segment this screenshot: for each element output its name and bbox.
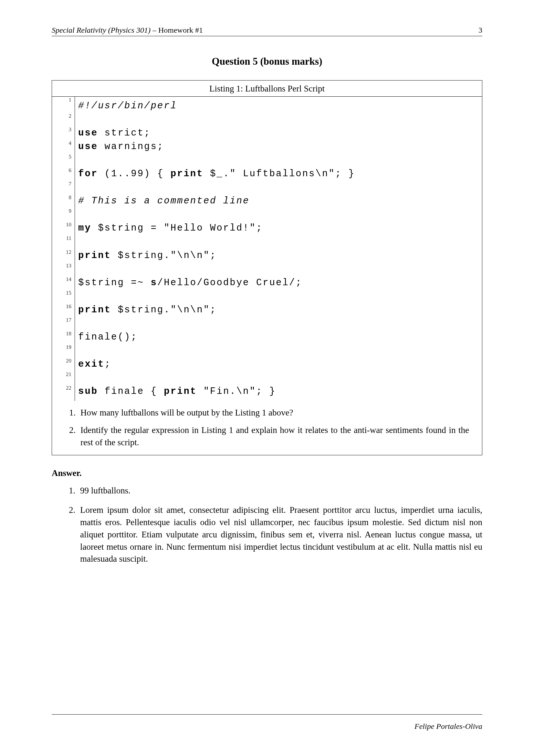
code-segment: $string = "Hello World!";: [91, 223, 263, 233]
line-number: 17: [52, 317, 75, 331]
questions-list: How many luftballons will be output by t…: [78, 407, 469, 448]
code-content: [75, 317, 482, 331]
listing-box: Listing 1: Luftballons Perl Script 1#!/u…: [52, 80, 482, 455]
code-line: 19: [52, 344, 482, 358]
code-content: print $string."\n\n";: [75, 249, 482, 262]
code-segment: [78, 182, 85, 193]
answer-item: 99 luftballons.: [78, 485, 482, 497]
footer-rule: [52, 714, 482, 715]
code-segment: [78, 372, 85, 383]
code-content: use strict;: [75, 126, 482, 140]
code-segment: [78, 114, 85, 125]
question-item: Identify the regular expression in Listi…: [78, 424, 469, 449]
code-content: [75, 262, 482, 276]
code-line: 18finale();: [52, 331, 482, 344]
code-content: use warnings;: [75, 140, 482, 153]
code-line: 6for (1..99) { print $_." Luftballons\n"…: [52, 167, 482, 181]
code-content: $string =~ s/Hello/Goodbye Cruel/;: [75, 276, 482, 290]
line-number: 9: [52, 208, 75, 222]
code-content: #!/usr/bin/perl: [75, 97, 482, 113]
header-left: Special Relativity (Physics 301) – Homew…: [52, 26, 203, 35]
code-segment: finale {: [98, 386, 164, 397]
line-number: 3: [52, 126, 75, 140]
answer-heading: Answer.: [52, 468, 482, 478]
code-line: 22sub finale { print "Fin.\n"; }: [52, 385, 482, 401]
code-segment: /Hello/Goodbye Cruel/;: [157, 278, 302, 288]
code-segment: strict;: [98, 128, 151, 138]
footer-author: Felipe Portales-Oliva: [415, 722, 482, 731]
code-segment: use: [78, 141, 98, 152]
code-line: 17: [52, 317, 482, 331]
code-segment: warnings;: [98, 141, 164, 152]
line-number: 8: [52, 194, 75, 208]
line-number: 4: [52, 140, 75, 153]
code-segment: finale();: [78, 332, 138, 342]
code-content: [75, 113, 482, 126]
code-content: sub finale { print "Fin.\n"; }: [75, 385, 482, 401]
code-segment: $_." Luftballons\n"; }: [204, 169, 355, 179]
line-number: 6: [52, 167, 75, 181]
code-segment: [78, 155, 85, 166]
code-line: 4use warnings;: [52, 140, 482, 153]
page-number: 3: [478, 26, 482, 35]
code-content: # This is a commented line: [75, 194, 482, 208]
code-line: 8# This is a commented line: [52, 194, 482, 208]
code-content: [75, 153, 482, 167]
code-content: [75, 235, 482, 249]
question-item: How many luftballons will be output by t…: [78, 407, 469, 419]
code-line: 21: [52, 371, 482, 385]
code-line: 12print $string."\n\n";: [52, 249, 482, 262]
code-line: 16print $string."\n\n";: [52, 303, 482, 317]
code-content: [75, 371, 482, 385]
code-content: for (1..99) { print $_." Luftballons\n";…: [75, 167, 482, 181]
code-segment: "Fin.\n"; }: [197, 386, 276, 397]
code-line: 14$string =~ s/Hello/Goodbye Cruel/;: [52, 276, 482, 290]
header-separator: –: [151, 26, 158, 34]
code-segment: #!/usr/bin/perl: [78, 100, 177, 111]
code-segment: my: [78, 223, 91, 233]
page: Special Relativity (Physics 301) – Homew…: [0, 0, 534, 756]
code-segment: $string."\n\n";: [111, 305, 216, 315]
code-line: 20exit;: [52, 358, 482, 371]
answers-list: 99 luftballons.Lorem ipsum dolor sit ame…: [78, 485, 482, 565]
code-line: 13: [52, 262, 482, 276]
line-number: 19: [52, 344, 75, 358]
code-content: finale();: [75, 331, 482, 344]
code-content: [75, 208, 482, 222]
code-content: [75, 344, 482, 358]
code-segment: $string =~: [78, 278, 151, 288]
code-segment: sub: [78, 386, 98, 397]
code-segment: # This is a commented line: [78, 196, 249, 206]
code-segment: print: [170, 169, 204, 179]
code-segment: use: [78, 128, 98, 138]
line-number: 15: [52, 290, 75, 303]
line-number: 2: [52, 113, 75, 126]
code-segment: [78, 345, 85, 356]
code-content: my $string = "Hello World!";: [75, 222, 482, 235]
line-number: 22: [52, 385, 75, 401]
line-number: 21: [52, 371, 75, 385]
line-number: 20: [52, 358, 75, 371]
code-content: [75, 290, 482, 303]
line-number: 18: [52, 331, 75, 344]
question-title: Question 5 (bonus marks): [52, 56, 482, 67]
code-segment: s: [151, 278, 157, 288]
line-number: 13: [52, 262, 75, 276]
code-segment: (1..99) {: [98, 169, 170, 179]
line-number: 7: [52, 181, 75, 194]
code-listing: 1#!/usr/bin/perl2 3use strict;4use warni…: [52, 97, 482, 401]
answer-item: Lorem ipsum dolor sit amet, consectetur …: [78, 504, 482, 565]
line-number: 14: [52, 276, 75, 290]
line-number: 12: [52, 249, 75, 262]
code-segment: [78, 264, 85, 275]
listing-caption: Listing 1: Luftballons Perl Script: [52, 81, 482, 97]
code-segment: [78, 209, 85, 220]
code-line: 9: [52, 208, 482, 222]
code-segment: for: [78, 169, 98, 179]
code-line: 7: [52, 181, 482, 194]
header-rule: [52, 36, 482, 36]
code-line: 11: [52, 235, 482, 249]
code-segment: [78, 236, 85, 247]
line-number: 11: [52, 235, 75, 249]
assignment-name: Homework #1: [158, 26, 203, 34]
